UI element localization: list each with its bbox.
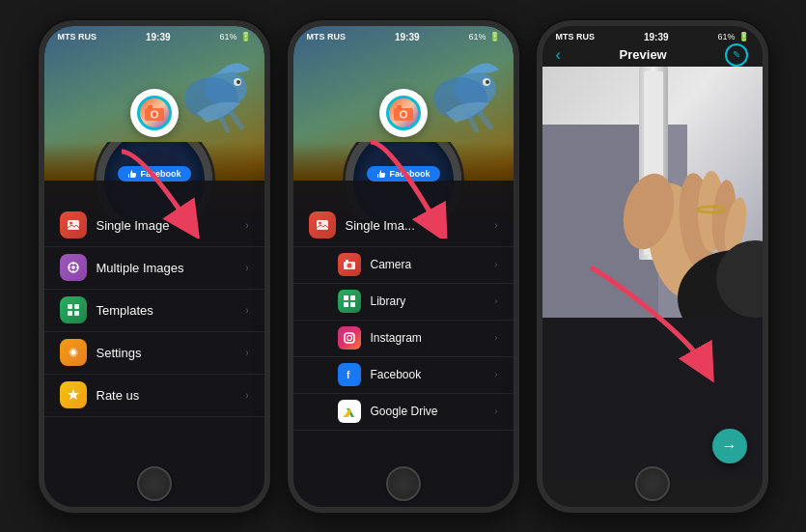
battery-1: 61% 🔋 [219, 32, 250, 42]
fab-next-button[interactable]: → [712, 429, 747, 463]
hand-device-illustration [542, 67, 763, 318]
battery-2: 61% 🔋 [468, 32, 499, 42]
thumbs-up-icon-2 [375, 169, 385, 179]
library-icon [344, 295, 355, 307]
settings-icon [67, 346, 80, 359]
multiple-images-chevron: › [245, 263, 248, 273]
single-image-icon [67, 218, 80, 232]
instagram-chevron: › [495, 333, 498, 343]
phone-1-screen: MTS RUS 19:39 61% 🔋 [44, 26, 264, 507]
svg-point-25 [486, 80, 489, 84]
multiple-images-icon-wrap [60, 254, 87, 281]
svg-point-31 [319, 222, 321, 225]
phone-2: MTS RUS 19:39 61% 🔋 [288, 20, 519, 513]
submenu-instagram[interactable]: Instagram › [293, 321, 514, 357]
submenu-google-drive[interactable]: Google Drive › [293, 394, 514, 431]
phone-3: MTS RUS 19:39 61% 🔋 ‹ Preview ✎ [537, 20, 768, 513]
single-image-icon-wrap [60, 211, 87, 238]
menu-item-single-image-2[interactable]: Single Ima... › [293, 205, 514, 247]
app-logo-inner-1 [137, 96, 172, 130]
facebook-chevron: › [495, 370, 498, 379]
single-image-icon-2 [316, 218, 329, 232]
fb-badge-1: Facebook [117, 166, 190, 182]
fab-arrow-icon: → [722, 437, 737, 455]
menu-item-multiple-images[interactable]: Multiple Images › [44, 247, 264, 290]
submenu-library[interactable]: Library › [293, 284, 514, 321]
time-2: 19:39 [395, 32, 420, 42]
settings-chevron: › [245, 348, 248, 358]
svg-rect-37 [344, 302, 348, 307]
svg-rect-7 [148, 105, 153, 109]
carrier-1: MTS RUS [58, 32, 97, 42]
svg-point-3 [236, 80, 240, 84]
svg-point-33 [347, 264, 351, 268]
instagram-icon-wrap [338, 326, 361, 350]
library-icon-wrap [338, 290, 361, 313]
single-image-chevron: › [245, 220, 248, 231]
rate-us-icon [67, 388, 80, 402]
svg-point-40 [347, 336, 351, 341]
bird-icon-2 [417, 45, 504, 142]
menu-item-templates[interactable]: Templates › [44, 290, 264, 332]
submenu-facebook[interactable]: f Facebook › [293, 357, 514, 394]
svg-point-28 [401, 112, 405, 117]
time-1: 19:39 [146, 32, 171, 42]
svg-rect-36 [350, 295, 355, 300]
rate-us-icon-wrap [60, 381, 87, 408]
library-chevron: › [495, 296, 498, 306]
status-bar-2: MTS RUS 19:39 61% 🔋 [293, 26, 514, 44]
svg-rect-34 [346, 260, 348, 263]
home-button-1[interactable] [137, 466, 172, 501]
phone-3-screen: MTS RUS 19:39 61% 🔋 ‹ Preview ✎ [542, 26, 763, 507]
menu-item-rate-us[interactable]: Rate us › [44, 375, 264, 417]
svg-rect-17 [74, 304, 79, 309]
templates-chevron: › [245, 305, 248, 316]
camera-label: Camera [371, 258, 495, 271]
status-bar-3: MTS RUS 19:39 61% 🔋 [542, 26, 763, 44]
fb-badge-label-2: Facebook [389, 169, 430, 179]
home-button-2[interactable] [386, 466, 421, 501]
single-image-icon-wrap-2 [309, 211, 336, 238]
svg-rect-8 [68, 220, 79, 230]
battery-3: 61% 🔋 [717, 32, 748, 42]
fb-badge-2: Facebook [366, 166, 439, 182]
carrier-3: MTS RUS [556, 32, 596, 42]
submenu-camera[interactable]: Camera › [293, 247, 514, 284]
menu-item-single-image[interactable]: Single Image › [44, 205, 264, 247]
google-drive-label: Google Drive [371, 405, 495, 418]
svg-text:f: f [347, 370, 350, 380]
edit-button[interactable]: ✎ [725, 43, 748, 67]
camera-icon-wrap [338, 253, 361, 276]
svg-rect-38 [350, 302, 355, 307]
templates-label: Templates [97, 303, 246, 318]
svg-point-9 [69, 222, 72, 225]
home-button-3[interactable] [635, 466, 670, 501]
google-drive-icon [343, 406, 356, 417]
svg-rect-30 [317, 220, 328, 230]
carrier-2: MTS RUS [307, 32, 347, 42]
facebook-icon: f [344, 369, 355, 380]
instagram-label: Instagram [371, 331, 495, 345]
google-drive-chevron: › [495, 406, 498, 416]
camera-logo-icon-2 [394, 105, 413, 121]
back-button[interactable]: ‹ [556, 46, 561, 64]
app-logo-inner-2 [386, 96, 421, 130]
single-image-label: Single Image [97, 218, 246, 233]
svg-point-41 [351, 334, 353, 336]
settings-icon-wrap [60, 339, 87, 366]
multiple-images-icon [67, 261, 80, 274]
rate-us-label: Rate us [97, 388, 246, 403]
settings-label: Settings [97, 346, 246, 360]
instagram-icon [344, 332, 355, 344]
preview-header: ‹ Preview ✎ [542, 43, 763, 67]
single-image-chevron-2: › [494, 220, 497, 231]
rate-us-chevron: › [245, 390, 248, 401]
templates-icon [67, 303, 80, 317]
menu-item-settings[interactable]: Settings › [44, 332, 264, 375]
svg-rect-29 [397, 105, 402, 109]
time-3: 19:39 [644, 32, 669, 42]
camera-chevron: › [495, 260, 498, 269]
menu-list-1: Single Image › Multiple Images › [44, 205, 264, 478]
bird-icon [168, 45, 255, 142]
facebook-icon-wrap: f [338, 363, 361, 386]
